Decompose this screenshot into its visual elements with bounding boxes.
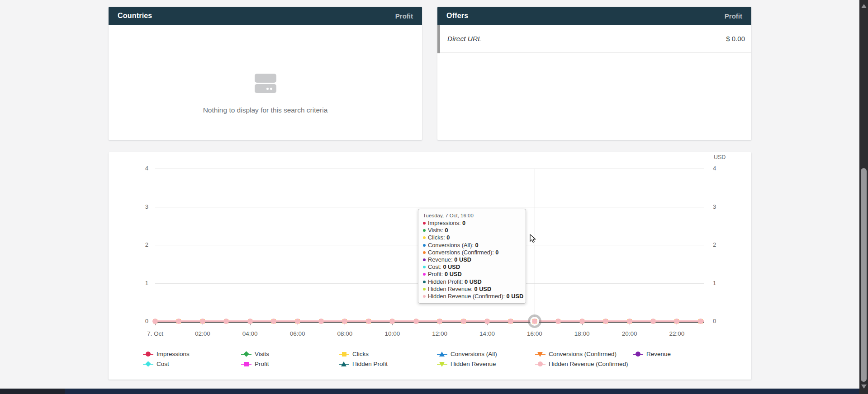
hidden-revenue-confirmed-marker-icon <box>535 360 545 368</box>
scroll-down-icon[interactable] <box>861 385 867 389</box>
empty-data-icon-top <box>255 74 276 83</box>
countries-metric-header[interactable]: Profit <box>395 12 413 20</box>
data-point-12-00[interactable] <box>437 319 443 324</box>
data-point-20-00[interactable] <box>626 319 632 324</box>
tooltip-metric-value: 0 <box>446 234 450 241</box>
hidden-revenue-confirmed-marker <box>461 319 466 324</box>
data-point-01-00[interactable] <box>176 319 182 324</box>
data-point-06-00[interactable] <box>294 319 300 324</box>
tooltip-metric-value: 0 USD <box>465 278 482 285</box>
tooltip-bullet-icon <box>423 281 426 283</box>
data-point-16-00[interactable] <box>531 319 537 324</box>
legend-item-clicks[interactable]: Clicks <box>339 350 369 358</box>
tooltip-metric-value: 0 USD <box>443 263 460 270</box>
tooltip-metric-label: Hidden Revenue: <box>428 286 474 292</box>
data-point-22-00[interactable] <box>674 319 680 324</box>
data-point-13-00[interactable] <box>460 319 466 324</box>
legend-item-hidden-revenue[interactable]: Hidden Revenue <box>437 360 496 368</box>
offer-profit-value: $ 0.00 <box>726 35 745 42</box>
offer-name: Direct URL <box>447 35 482 43</box>
countries-widget: Countries Profit Nothing to display for … <box>109 7 422 140</box>
tooltip-row-conversions-all: Conversions (All): 0 <box>423 242 521 249</box>
series-line-at-zero <box>155 320 704 322</box>
data-point-14-00[interactable] <box>484 319 490 324</box>
legend-label: Impressions <box>157 351 190 357</box>
legend-label: Cost <box>157 361 169 367</box>
legend-item-conversions-all[interactable]: Conversions (All) <box>437 350 497 358</box>
vertical-scrollbar[interactable] <box>859 0 868 394</box>
tooltip-metric-label: Impressions: <box>428 220 462 226</box>
legend-item-impressions[interactable]: Impressions <box>143 350 190 358</box>
countries-empty-state: Nothing to display for this search crite… <box>109 25 422 140</box>
data-point-02-00[interactable] <box>199 319 205 324</box>
legend-item-visits[interactable]: Visits <box>241 350 269 358</box>
tooltip-metric-label: Revenue: <box>428 256 454 263</box>
tooltip-metric-label: Conversions (Confirmed): <box>428 249 495 256</box>
data-point-15-00[interactable] <box>508 319 514 324</box>
tooltip-bullet-icon <box>423 258 426 261</box>
tooltip-row-hidden-profit: Hidden Profit: 0 USD <box>423 278 521 286</box>
offers-row-list: Direct URL$ 0.00 <box>437 25 751 53</box>
offer-row-accent <box>437 25 440 53</box>
gridline-y4 <box>155 169 704 169</box>
offers-metric-header[interactable]: Profit <box>725 12 742 20</box>
tooltip-row-revenue: Revenue: 0 USD <box>423 256 521 263</box>
legend-item-profit[interactable]: Profit <box>241 360 269 368</box>
x-axis-label: 10:00 <box>374 330 410 337</box>
revenue-marker-icon <box>633 350 643 358</box>
empty-data-icon <box>255 74 276 93</box>
data-point-08-00[interactable] <box>342 319 348 324</box>
tooltip-row-hidden-revenue: Hidden Revenue: 0 USD <box>423 286 521 293</box>
y-axis-label-left: 1 <box>135 280 148 287</box>
legend-item-hidden-profit[interactable]: Hidden Profit <box>339 360 388 368</box>
x-axis-label: 16:00 <box>517 330 553 337</box>
tooltip-bullet-icon <box>423 266 426 268</box>
data-point-04-00[interactable] <box>247 319 253 324</box>
legend-label: Clicks <box>352 351 369 357</box>
offers-widget-header: Offers Profit <box>437 7 751 25</box>
legend-label: Hidden Revenue <box>451 361 496 367</box>
data-point-18-00[interactable] <box>579 319 585 324</box>
y-axis-label-right: 4 <box>713 165 726 172</box>
offers-table-row[interactable]: Direct URL$ 0.00 <box>437 25 751 53</box>
scroll-up-icon[interactable] <box>861 4 867 8</box>
y-axis-label-left: 3 <box>135 203 148 211</box>
clicks-marker-icon <box>339 350 349 358</box>
hidden-profit-marker-icon <box>339 360 349 368</box>
data-point-05-00[interactable] <box>271 319 277 324</box>
y-axis-unit-label: USD <box>714 154 726 160</box>
tooltip-row-profit: Profit: 0 USD <box>423 271 521 278</box>
legend-item-conversions-confirmed[interactable]: Conversions (Confirmed) <box>535 350 617 358</box>
cost-marker-icon <box>143 360 153 368</box>
tooltip-metric-label: Clicks: <box>428 234 446 241</box>
legend-item-revenue[interactable]: Revenue <box>633 350 671 358</box>
hover-crosshair-line <box>535 169 535 321</box>
x-axis-label: 02:00 <box>185 330 221 337</box>
tooltip-row-hidden-revenue-confirmed: Hidden Revenue (Confirmed): 0 USD <box>423 293 521 300</box>
data-point-19-00[interactable] <box>603 319 609 324</box>
tooltip-row-conversions-confirmed: Conversions (Confirmed): 0 <box>423 249 521 256</box>
scrollbar-thumb[interactable] <box>861 168 867 382</box>
data-point-21-00[interactable] <box>650 319 656 324</box>
legend-item-hidden-revenue-confirmed[interactable]: Hidden Revenue (Confirmed) <box>535 360 628 368</box>
legend-item-cost[interactable]: Cost <box>143 360 169 368</box>
hidden-revenue-confirmed-marker <box>295 319 300 324</box>
bottom-bar <box>0 389 868 394</box>
data-point-09-00[interactable] <box>365 319 371 324</box>
tooltip-metric-label: Hidden Revenue (Confirmed): <box>428 293 507 300</box>
legend-label: Revenue <box>646 351 671 357</box>
tooltip-metric-label: Profit: <box>428 271 445 277</box>
x-axis-label: 06:00 <box>280 330 316 337</box>
tooltip-bullet-icon <box>423 288 426 291</box>
data-point-23-00[interactable] <box>697 319 703 324</box>
legend-label: Hidden Profit <box>352 361 388 367</box>
data-point-00-00[interactable] <box>152 319 158 324</box>
data-point-17-00[interactable] <box>555 319 561 324</box>
data-point-03-00[interactable] <box>223 319 229 324</box>
x-axis-label: 14:00 <box>469 330 505 337</box>
chart-tooltip: Tuesday, 7 Oct, 16:00 Impressions: 0Visi… <box>418 209 526 304</box>
data-point-07-00[interactable] <box>318 319 324 324</box>
data-point-10-00[interactable] <box>389 319 395 324</box>
data-point-11-00[interactable] <box>413 319 419 324</box>
tooltip-metric-value: 0 <box>495 249 498 256</box>
